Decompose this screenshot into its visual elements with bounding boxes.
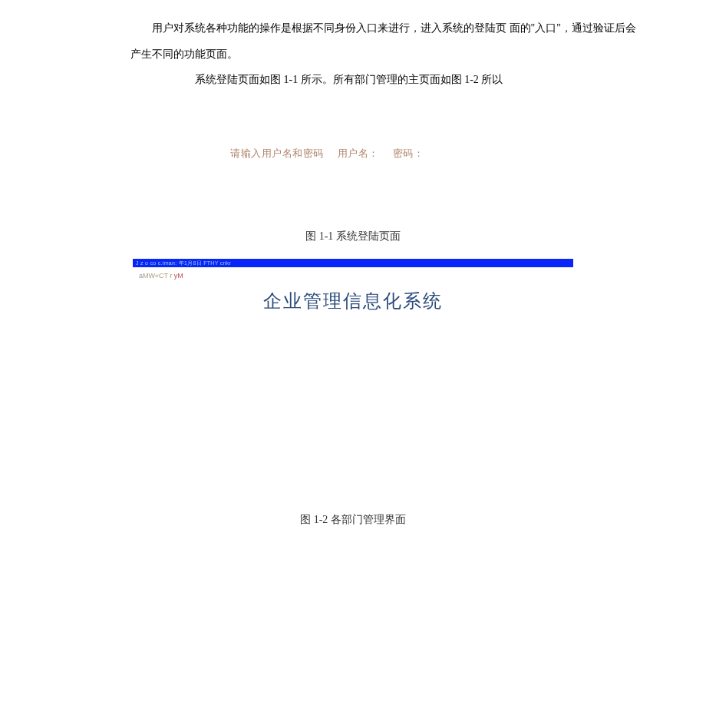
sub-bar-text-mid: MW«CT r (143, 272, 174, 280)
figure-main-title: 企业管理信息化系统 (133, 289, 573, 313)
password-label: 密码： (393, 147, 424, 159)
figure-1-2-container: J z o co c.iman: 年1月8日 FTHY cnkr aMW«CT … (133, 259, 573, 313)
figure-header-bar: J z o co c.iman: 年1月8日 FTHY cnkr (133, 259, 573, 267)
body-paragraph-1: 用户对系统各种功能的操作是根据不同身份入口来进行，进入系统的登陆页 面的"入口"… (130, 15, 645, 67)
sub-bar-text-accent: yM (174, 272, 183, 280)
body-paragraph-2: 系统登陆页面如图 1-1 所示。所有部门管理的主页面如图 1-2 所以 (130, 67, 645, 93)
figure-1-1-caption: 图 1-1 系统登陆页面 (0, 230, 706, 243)
username-label: 用户名： (338, 147, 379, 159)
login-prompt-text: 请输入用户名和密码 (230, 147, 324, 159)
login-prompt-row: 请输入用户名和密码用户名：密码： (230, 147, 706, 160)
figure-1-2-caption: 图 1-2 各部门管理界面 (0, 513, 706, 527)
figure-sub-bar-text: aMW«CT r yM (139, 272, 183, 280)
figure-sub-bar: aMW«CT r yM (133, 267, 573, 286)
figure-header-bar-text: J z o co c.iman: 年1月8日 FTHY cnkr (136, 259, 231, 267)
